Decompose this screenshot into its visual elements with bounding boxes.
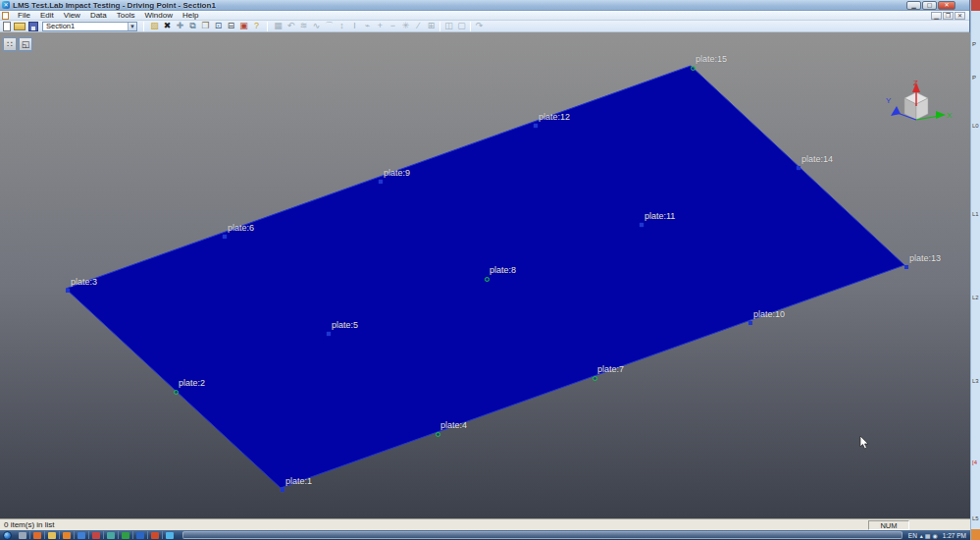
- strip-text-fragment-3: L0: [972, 123, 979, 130]
- y-axis-arrow: [891, 106, 901, 116]
- taskbar-separator: [132, 531, 133, 539]
- point-label: plate:6: [228, 223, 254, 233]
- adjacent-window-strip: PPL0L1L2L3[4L5: [970, 0, 980, 540]
- display-settings-icon[interactable]: ▣: [237, 21, 250, 31]
- disabled-tool-icon-2: ↶: [284, 21, 297, 31]
- node-marker-dot-icon: [640, 223, 644, 227]
- close-button[interactable]: ✕: [938, 1, 955, 10]
- maximize-button[interactable]: ▢: [922, 1, 937, 10]
- menu-file[interactable]: File: [13, 11, 35, 21]
- taskbar-app-7[interactable]: [107, 532, 115, 539]
- menubar: FileEditViewDataToolsWindowHelp ▁ ❐ ✕: [0, 11, 969, 21]
- x-axis-label: X: [947, 111, 953, 120]
- num-lock-indicator: NUM: [868, 520, 909, 530]
- taskbar-apps: [16, 531, 177, 539]
- help-icon[interactable]: ?: [250, 21, 263, 31]
- taskbar-app-8[interactable]: [122, 532, 129, 539]
- delete-icon[interactable]: ✖: [161, 21, 174, 31]
- add-section-icon[interactable]: ▨: [148, 21, 161, 31]
- disabled-icon-group: ▦↶≋∿⌒↕Ι⌁+−✳∕⊞◫▢↷: [272, 21, 486, 31]
- tray-icon-1[interactable]: ▴: [920, 533, 923, 539]
- taskbar-app-11[interactable]: [166, 532, 174, 539]
- system-tray: EN ▴▦◉ 1:27 PM: [908, 532, 966, 539]
- chevron-down-icon[interactable]: ▼: [128, 23, 136, 30]
- disabled-tool-icon-18: ↷: [473, 21, 486, 31]
- point-label: plate:9: [384, 168, 410, 178]
- section-combobox-value: Section1: [43, 22, 128, 30]
- geometry-viewport[interactable]: ∷◱ plate:1plate:2plate:3plate:4plate:5pl…: [0, 32, 970, 518]
- disabled-tool-icon-7: Ι: [348, 21, 361, 31]
- taskbar-separator: [74, 531, 75, 539]
- start-button[interactable]: [3, 531, 12, 540]
- mdi-minimize-button[interactable]: ▁: [931, 12, 942, 20]
- strip-text-fragment-2: P: [972, 75, 976, 81]
- lms-testlab-window: ✕ LMS Test.Lab Impact Testing - Driving …: [0, 0, 970, 530]
- taskbar-app-4[interactable]: [63, 532, 71, 539]
- menu-help[interactable]: Help: [178, 11, 203, 21]
- move-icon[interactable]: ✚: [174, 21, 186, 31]
- disabled-tool-icon-3: ≋: [297, 21, 310, 31]
- active-task-button[interactable]: [182, 531, 903, 539]
- screen: ✕ LMS Test.Lab Impact Testing - Driving …: [0, 0, 980, 540]
- toolbar-separator: [470, 22, 471, 31]
- node-marker-circle-icon: [593, 376, 597, 381]
- taskbar-app-9[interactable]: [136, 532, 144, 539]
- disabled-tool-icon-6: ↕: [335, 21, 348, 31]
- taskbar-app-5[interactable]: [77, 532, 85, 539]
- node-marker-dot-icon: [379, 180, 383, 184]
- strip-text-fragment-5: L2: [972, 295, 979, 301]
- print-preview-icon[interactable]: ⊡: [212, 21, 225, 31]
- tray-icons: ▴▦◉: [920, 532, 940, 539]
- menu-data[interactable]: Data: [85, 11, 112, 21]
- mdi-restore-button[interactable]: ❐: [943, 12, 954, 20]
- status-items-text: 0 item(s) in list: [4, 520, 55, 530]
- taskbar-app-1[interactable]: [19, 532, 26, 539]
- zoom-selection-button[interactable]: ◱: [19, 37, 32, 51]
- save-icon[interactable]: [28, 22, 38, 31]
- point-label: plate:1: [285, 476, 312, 486]
- taskbar-app-6[interactable]: [92, 532, 100, 539]
- toolbar-separator: [143, 22, 144, 31]
- toolbar-separator: [439, 22, 440, 31]
- disabled-tool-icon-16: ▢: [455, 21, 468, 31]
- taskbar-separator: [118, 531, 119, 539]
- point-label: plate:10: [753, 309, 785, 319]
- node-marker-dot-icon: [904, 265, 908, 269]
- node-marker-dot-icon: [66, 289, 70, 293]
- mdi-close-button[interactable]: ✕: [954, 12, 965, 20]
- file-icon-group: [3, 22, 38, 31]
- disabled-tool-icon-12: ∕: [412, 21, 425, 31]
- node-marker-dot-icon: [281, 488, 284, 492]
- copy-icon[interactable]: ⧉: [186, 21, 199, 31]
- toolbar-separator: [267, 22, 268, 31]
- taskbar-separator: [88, 531, 89, 539]
- section-combobox[interactable]: Section1 ▼: [42, 22, 137, 31]
- menu-window[interactable]: Window: [139, 11, 177, 21]
- paste-icon[interactable]: ❐: [199, 21, 212, 31]
- open-icon[interactable]: [14, 23, 26, 30]
- menu-edit[interactable]: Edit: [35, 11, 59, 21]
- taskbar-app-3[interactable]: [48, 532, 56, 539]
- node-marker-circle-icon: [436, 432, 440, 437]
- node-marker-circle-icon: [691, 66, 696, 71]
- view-toolbar: ∷◱: [3, 37, 32, 51]
- language-indicator[interactable]: EN: [908, 532, 917, 539]
- adjacent-window-titlebar-fragment: [971, 0, 980, 11]
- print-icon[interactable]: ⊟: [225, 21, 237, 31]
- clock[interactable]: 1:27 PM: [943, 532, 966, 539]
- point-label: plate:15: [696, 54, 727, 64]
- strip-text-fragment-7: [4: [972, 459, 977, 466]
- taskbar-app-10[interactable]: [151, 532, 159, 539]
- point-label: plate:13: [909, 253, 941, 263]
- menu-view[interactable]: View: [59, 11, 85, 21]
- plate-scene: [0, 32, 970, 518]
- tray-icon-3[interactable]: ◉: [933, 533, 938, 539]
- tray-icon-2[interactable]: ▦: [925, 533, 931, 539]
- new-icon[interactable]: [3, 22, 11, 31]
- fit-view-button[interactable]: ∷: [3, 37, 17, 51]
- menu-tools[interactable]: Tools: [112, 11, 140, 21]
- app-logo-icon: ✕: [2, 1, 10, 9]
- minimize-button[interactable]: ▁: [906, 1, 921, 10]
- point-label: plate:2: [179, 378, 205, 388]
- taskbar-app-2[interactable]: [33, 532, 41, 539]
